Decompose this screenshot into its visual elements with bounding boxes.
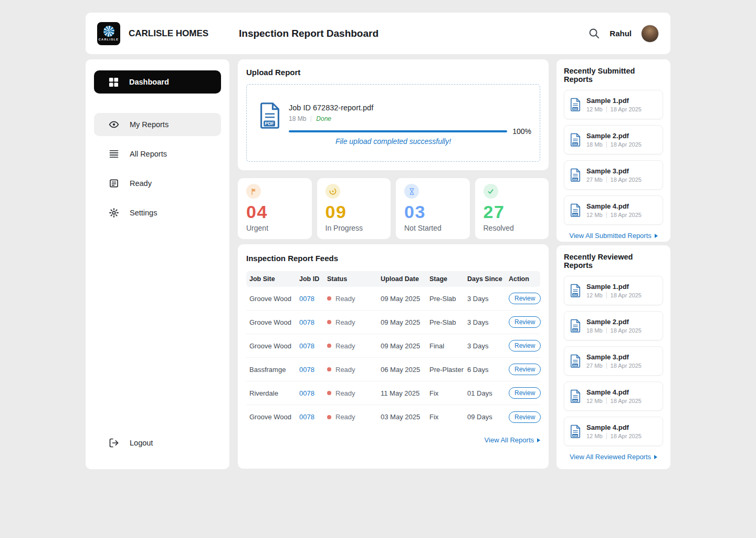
report-size: 12 Mb (586, 212, 603, 218)
upload-dropzone[interactable]: Job ID 672832-report.pdf 18 Mb Done 100%… (246, 84, 540, 162)
stage-cell: Fix (426, 413, 464, 421)
review-button[interactable]: Review (509, 411, 541, 423)
upload-date-cell: 09 May 2025 (377, 318, 426, 326)
list-item[interactable]: Sample 3.pdf 27 Mb18 Apr 2025 (564, 346, 663, 376)
col-stage: Stage (426, 275, 464, 283)
report-size: 18 Mb (586, 327, 603, 334)
view-all-reviewed-link[interactable]: View All Reviewed Reports (564, 453, 663, 461)
list-item[interactable]: Sample 1.pdf 12 Mb18 Apr 2025 (564, 90, 663, 119)
table-row: Groove Wood 0078 Ready 09 May 2025 Pre-S… (246, 311, 540, 334)
review-button[interactable]: Review (509, 364, 541, 375)
main-content: Upload Report Job ID 672832-report.pdf 1… (238, 59, 549, 469)
divider (606, 106, 607, 112)
user-name: Rahul (610, 29, 632, 38)
divider (606, 363, 607, 369)
job-id-link[interactable]: 0078 (299, 413, 314, 421)
divider (606, 327, 607, 334)
job-id-link[interactable]: 0078 (299, 366, 314, 374)
avatar[interactable] (641, 25, 659, 43)
report-date: 18 Apr 2025 (611, 212, 642, 218)
divider (311, 116, 311, 122)
logo-text: CARLISLE (99, 38, 119, 41)
view-all-submitted-label: View All Submitted Reports (569, 232, 652, 240)
progress-circle-icon (326, 184, 340, 199)
stats-row: 04 Urgent 09 In Progress 03 Not Started … (238, 178, 549, 239)
sidebar-item-settings[interactable]: Settings (94, 201, 221, 224)
divider (606, 433, 607, 439)
sidebar-item-my-reports[interactable]: My Reports (94, 113, 221, 136)
job-id-cell: 0078 (296, 366, 324, 374)
review-button[interactable]: Review (509, 387, 541, 399)
search-icon[interactable] (588, 27, 600, 39)
report-size: 12 Mb (586, 106, 603, 112)
reviewed-list: Sample 1.pdf 12 Mb18 Apr 2025 Sample 2.p… (564, 276, 663, 446)
list-item[interactable]: Sample 2.pdf 18 Mb18 Apr 2025 (564, 125, 663, 154)
action-cell: Review (506, 387, 538, 399)
job-id-link[interactable]: 0078 (299, 318, 314, 326)
pdf-file-icon (570, 389, 581, 403)
status-text: Ready (335, 318, 355, 326)
sidebar-item-ready[interactable]: Ready (94, 172, 221, 195)
sidebar-nav: Dashboard My Reports All Reports Ready S… (94, 70, 221, 224)
logout-label: Logout (130, 439, 153, 447)
top-header: CARLISLE CARLISLE HOMES Inspection Repor… (86, 13, 670, 54)
list-item[interactable]: Sample 4.pdf 12 Mb18 Apr 2025 (564, 195, 663, 225)
upload-date-cell: 11 May 2025 (377, 389, 426, 397)
job-id-link[interactable]: 0078 (299, 389, 314, 397)
report-name: Sample 3.pdf (586, 353, 642, 361)
pdf-file-icon (570, 284, 581, 297)
report-size: 18 Mb (586, 141, 603, 148)
pdf-file-icon (258, 102, 281, 129)
report-size: 12 Mb (586, 398, 603, 404)
logout-button[interactable]: Logout (94, 431, 221, 454)
list-item[interactable]: Sample 2.pdf 18 Mb18 Apr 2025 (564, 311, 663, 340)
list-item[interactable]: Sample 4.pdf 12 Mb18 Apr 2025 (564, 381, 663, 411)
days-since-cell: 3 Days (464, 295, 506, 303)
review-button[interactable]: Review (509, 316, 541, 328)
stat-card-in-progress: 09 In Progress (317, 178, 391, 239)
brand-name: CARLISLE HOMES (129, 28, 208, 39)
report-name: Sample 2.pdf (586, 132, 642, 140)
view-all-reports-link[interactable]: View All Reports (246, 436, 540, 444)
status-text: Ready (335, 413, 355, 421)
status-cell: Ready (324, 318, 377, 326)
carlisle-logo: CARLISLE (97, 22, 120, 45)
review-button[interactable]: Review (509, 293, 541, 304)
submitted-title: Recently Submitted Reports (564, 67, 663, 84)
status-cell: Ready (324, 366, 377, 374)
status-text: Ready (335, 295, 355, 303)
table-header: Job Site Job ID Status Upload Date Stage… (246, 271, 540, 287)
report-size: 12 Mb (586, 292, 603, 298)
stage-cell: Fix (426, 389, 464, 397)
table-row: Bassframge 0078 Ready 06 May 2025 Pre-Pl… (246, 358, 540, 381)
file-size: 18 Mb (289, 115, 306, 122)
list-item[interactable]: Sample 1.pdf 12 Mb18 Apr 2025 (564, 276, 663, 305)
status-cell: Ready (324, 389, 377, 397)
report-size: 12 Mb (586, 433, 603, 439)
job-id-cell: 0078 (296, 389, 324, 397)
stat-label: In Progress (326, 224, 383, 232)
sidebar-item-dashboard[interactable]: Dashboard (94, 70, 221, 94)
page-title: Inspection Report Dashboard (239, 28, 379, 39)
days-since-cell: 09 Days (464, 413, 506, 421)
report-date: 18 Apr 2025 (611, 433, 642, 439)
arrow-right-icon (654, 455, 657, 459)
feeds-table: Job Site Job ID Status Upload Date Stage… (246, 271, 540, 429)
review-button[interactable]: Review (509, 340, 541, 351)
job-site-cell: Bassframge (246, 366, 296, 374)
stat-value: 27 (484, 202, 541, 222)
list-item[interactable]: Sample 4.pdf 12 Mb18 Apr 2025 (564, 417, 663, 446)
divider (606, 292, 607, 298)
sidebar-item-all-reports[interactable]: All Reports (94, 142, 221, 165)
job-id-link[interactable]: 0078 (299, 342, 314, 350)
table-row: Riverdale 0078 Ready 11 May 2025 Fix 01 … (246, 381, 540, 405)
brand: CARLISLE CARLISLE HOMES (97, 22, 208, 45)
upload-progress-bar (289, 130, 507, 132)
view-all-submitted-link[interactable]: View All Submitted Reports (564, 232, 663, 240)
list-item[interactable]: Sample 3.pdf 27 Mb18 Apr 2025 (564, 160, 663, 190)
pdf-file-icon (570, 133, 581, 147)
upload-date-cell: 06 May 2025 (377, 366, 426, 374)
job-id-link[interactable]: 0078 (299, 295, 314, 303)
stat-label: Not Started (404, 224, 461, 232)
status-cell: Ready (324, 413, 377, 421)
